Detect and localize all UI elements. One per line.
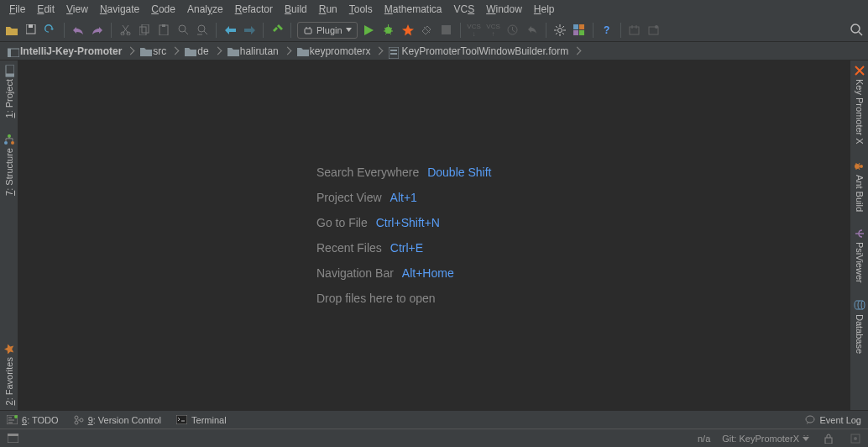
terminal-icon (176, 415, 187, 424)
bottom-tab-todo[interactable]: 6: TODO (7, 415, 59, 425)
right-tab-psi[interactable]: PsiViewer (855, 229, 865, 283)
event-log-tab[interactable]: Event Log (805, 415, 861, 425)
inspector-icon[interactable] (848, 431, 863, 446)
hint-row: Project ViewAlt+1 (316, 191, 417, 204)
lock-icon[interactable] (821, 431, 836, 446)
help-icon[interactable]: ? (599, 23, 614, 38)
status-git-branch[interactable]: Git: KeyPromoterX (722, 434, 809, 444)
attach-icon[interactable] (420, 23, 435, 38)
breadcrumb-item[interactable]: src (137, 45, 181, 58)
sync-icon[interactable] (43, 23, 58, 38)
navigation-bar: IntelliJ-Key-Promotersrcdehalirutankeypr… (0, 42, 868, 60)
svg-rect-19 (630, 27, 639, 34)
breadcrumb-item[interactable]: KeyPromoterToolWindowBuilder.form (385, 45, 583, 58)
svg-rect-24 (8, 49, 11, 57)
undo-icon[interactable] (71, 23, 86, 38)
left-tab-project[interactable]: 1: Project (3, 66, 15, 118)
left-tab-favorites[interactable]: 2: Favorites (4, 344, 14, 405)
debug-icon[interactable] (381, 23, 396, 38)
menu-bar: FileEditViewNavigateCodeAnalyzeRefactorB… (0, 0, 868, 18)
copy-icon[interactable] (137, 23, 152, 38)
separator (460, 23, 461, 38)
svg-rect-1 (29, 24, 33, 28)
project-structure-icon[interactable] (572, 23, 587, 38)
breadcrumb-item[interactable]: keypromoterx (294, 45, 386, 58)
svg-point-11 (385, 27, 392, 34)
menu-tools[interactable]: Tools (344, 2, 378, 17)
right-tab-db[interactable]: Database (855, 299, 865, 354)
tool-windows-toggle-icon[interactable] (5, 431, 20, 446)
breadcrumb-item[interactable]: de (181, 45, 223, 58)
right-tab-ant[interactable]: Ant Build (855, 161, 865, 212)
vcs-revert-icon[interactable] (525, 23, 540, 38)
svg-rect-16 (579, 24, 584, 29)
vcs-icon (74, 415, 84, 425)
separator (263, 23, 264, 38)
replace-icon[interactable] (195, 23, 210, 38)
svg-point-40 (80, 418, 83, 422)
plugin-icon (303, 25, 313, 35)
folder-icon (140, 47, 150, 55)
run-config-selector[interactable]: Plugin (297, 22, 358, 39)
paste-icon[interactable] (156, 23, 171, 38)
menu-run[interactable]: Run (314, 2, 342, 17)
run-config-label: Plugin (316, 25, 342, 35)
back-icon[interactable] (222, 23, 238, 38)
status-encoding[interactable]: n/a (698, 434, 710, 444)
cut-icon[interactable] (118, 23, 133, 38)
menu-build[interactable]: Build (280, 2, 312, 17)
redo-icon[interactable] (90, 23, 105, 38)
separator (111, 23, 112, 38)
forward-icon[interactable] (242, 23, 257, 38)
folder-icon (297, 47, 307, 55)
vcs-history-icon[interactable] (505, 23, 520, 38)
menu-help[interactable]: Help (529, 2, 560, 17)
bottom-tab-terminal[interactable]: Terminal (176, 415, 227, 425)
svg-rect-5 (142, 24, 149, 33)
main-area: 1: Project7: Structure2: Favorites Searc… (0, 60, 868, 410)
vcs-commit-icon[interactable]: VCS↑ (486, 23, 501, 38)
menu-vcs[interactable]: VCS (448, 2, 479, 17)
menu-window[interactable]: Window (481, 2, 527, 17)
ext2-icon[interactable] (646, 23, 661, 38)
breadcrumb-item[interactable]: halirutan (224, 45, 294, 58)
status-bar: n/a Git: KeyPromoterX (0, 429, 868, 447)
build-icon[interactable] (269, 23, 285, 38)
kpx-icon (855, 66, 865, 76)
svg-rect-27 (390, 53, 397, 55)
svg-rect-17 (573, 30, 578, 35)
menu-mathematica[interactable]: Mathematica (379, 2, 447, 17)
open-icon[interactable] (4, 23, 19, 38)
menu-analyze[interactable]: Analyze (182, 2, 228, 17)
menu-navigate[interactable]: Navigate (95, 2, 144, 17)
svg-rect-7 (162, 24, 165, 27)
ext1-icon[interactable] (627, 23, 642, 38)
stop-icon[interactable] (439, 23, 454, 38)
hint-row: Search EverywhereDouble Shift (316, 166, 491, 179)
bottom-tab-vcs[interactable]: 9: Version Control (74, 415, 161, 425)
menu-edit[interactable]: Edit (32, 2, 60, 17)
svg-point-31 (11, 141, 14, 145)
settings-icon[interactable] (552, 23, 567, 38)
dropdown-icon (346, 28, 352, 32)
svg-rect-41 (176, 415, 187, 424)
menu-code[interactable]: Code (146, 2, 180, 17)
svg-rect-15 (573, 24, 578, 29)
right-tab-kpx[interactable]: Key Promoter X (855, 66, 865, 145)
hint-label: Search Everywhere (316, 166, 419, 179)
save-all-icon[interactable] (24, 23, 39, 38)
svg-rect-29 (6, 73, 14, 76)
search-icon[interactable] (849, 23, 864, 38)
hint-label: Navigation Bar (316, 266, 394, 280)
breadcrumb-item[interactable]: IntelliJ-Key-Promoter (4, 45, 137, 58)
run-icon[interactable] (362, 23, 377, 38)
find-icon[interactable] (175, 23, 191, 38)
vcs-update-icon[interactable]: VCS↓ (467, 23, 482, 38)
profile-icon[interactable] (400, 23, 416, 38)
hint-row: Go to FileCtrl+Shift+N (316, 216, 440, 229)
menu-refactor[interactable]: Refactor (230, 2, 278, 17)
separator (290, 23, 291, 38)
menu-view[interactable]: View (61, 2, 93, 17)
menu-file[interactable]: File (4, 2, 30, 17)
left-tab-structure[interactable]: 7: Structure (4, 134, 14, 196)
